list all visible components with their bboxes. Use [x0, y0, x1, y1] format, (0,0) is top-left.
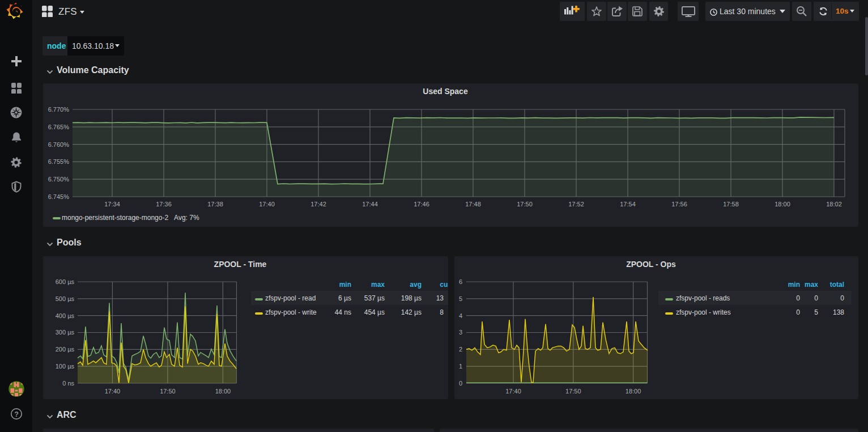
svg-text:17:50: 17:50 — [517, 201, 533, 207]
svg-text:400 µs: 400 µs — [56, 312, 75, 319]
svg-text:17:34: 17:34 — [104, 201, 120, 207]
svg-text:0: 0 — [459, 380, 462, 387]
svg-text:500 µs: 500 µs — [56, 295, 75, 302]
svg-text:6.745%: 6.745% — [48, 193, 70, 200]
svg-text:6.765%: 6.765% — [48, 124, 70, 130]
svg-text:600 µs: 600 µs — [56, 278, 75, 285]
svg-text:17:40: 17:40 — [505, 388, 521, 395]
svg-text:17:54: 17:54 — [620, 201, 636, 207]
svg-text:18:02: 18:02 — [826, 201, 842, 207]
svg-text:17:56: 17:56 — [671, 201, 687, 207]
svg-text:18:00: 18:00 — [626, 388, 641, 395]
svg-text:17:40: 17:40 — [105, 388, 121, 395]
svg-text:17:44: 17:44 — [362, 201, 378, 207]
svg-text:17:52: 17:52 — [568, 201, 584, 207]
svg-text:17:42: 17:42 — [310, 201, 326, 207]
svg-text:17:48: 17:48 — [465, 201, 481, 207]
svg-text:6.760%: 6.760% — [48, 141, 70, 148]
svg-text:100 µs: 100 µs — [56, 363, 75, 370]
svg-text:17:46: 17:46 — [414, 201, 429, 207]
svg-text:18:00: 18:00 — [215, 388, 231, 395]
svg-text:200 µs: 200 µs — [56, 346, 75, 353]
svg-text:6.770%: 6.770% — [48, 106, 70, 113]
svg-text:1: 1 — [459, 363, 462, 370]
svg-text:300 µs: 300 µs — [56, 329, 75, 336]
svg-text:17:38: 17:38 — [207, 201, 223, 207]
svg-text:6.750%: 6.750% — [48, 176, 70, 183]
svg-text:?: ? — [14, 410, 19, 418]
svg-text:17:50: 17:50 — [565, 388, 581, 395]
svg-text:6: 6 — [459, 278, 462, 285]
svg-text:6.755%: 6.755% — [48, 158, 70, 165]
svg-text:5: 5 — [459, 295, 462, 302]
svg-text:17:36: 17:36 — [156, 201, 172, 207]
svg-text:17:40: 17:40 — [259, 201, 275, 207]
svg-text:2: 2 — [459, 346, 462, 353]
svg-text:18:00: 18:00 — [775, 201, 790, 207]
svg-text:0 ns: 0 ns — [62, 380, 74, 387]
svg-text:17:58: 17:58 — [723, 201, 739, 207]
svg-text:3: 3 — [459, 329, 462, 336]
svg-text:17:50: 17:50 — [160, 388, 176, 395]
svg-text:4: 4 — [459, 312, 462, 319]
